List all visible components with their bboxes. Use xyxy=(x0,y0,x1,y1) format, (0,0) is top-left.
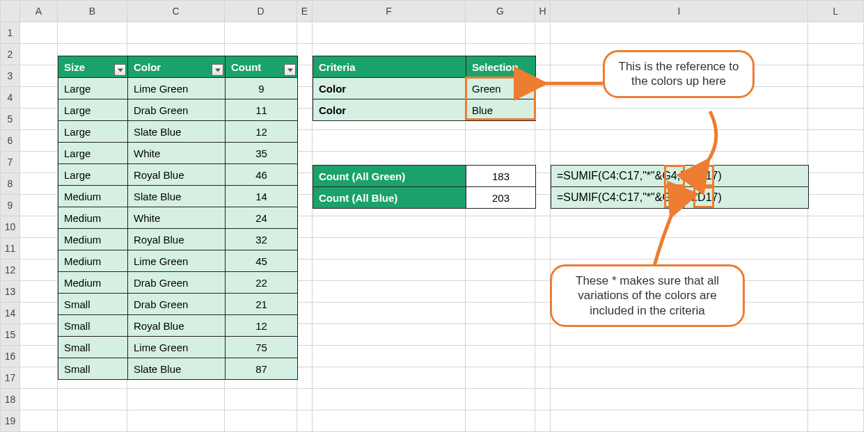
col-header-I[interactable]: I xyxy=(551,1,808,22)
cell[interactable]: Large xyxy=(58,164,128,186)
cell[interactable]: Drab Green xyxy=(128,272,226,294)
callout-reference: This is the reference to the colors up h… xyxy=(603,50,755,98)
cell[interactable]: Royal Blue xyxy=(128,229,226,250)
header-color[interactable]: Color xyxy=(128,56,226,78)
cell[interactable]: Medium xyxy=(58,229,128,250)
col-header-A[interactable]: A xyxy=(20,1,58,22)
cell[interactable]: 45 xyxy=(226,250,298,272)
value-count-blue[interactable]: 203 xyxy=(466,187,536,209)
cell[interactable]: Drab Green xyxy=(128,99,226,121)
data-table[interactable]: Size Color Count LargeLime Green9 LargeD… xyxy=(58,56,298,380)
cell-selection-blue[interactable]: Blue xyxy=(466,99,536,121)
cell[interactable]: Medium xyxy=(58,207,128,229)
cell[interactable]: Large xyxy=(58,121,128,143)
row-header[interactable]: 7 xyxy=(1,152,20,173)
cell[interactable]: Slate Blue xyxy=(128,121,226,143)
row-header[interactable]: 14 xyxy=(1,303,20,324)
col-header-G[interactable]: G xyxy=(466,1,535,22)
cell[interactable]: 21 xyxy=(226,294,298,315)
cell[interactable]: Drab Green xyxy=(128,294,226,315)
row-header[interactable]: 12 xyxy=(1,259,20,281)
row-header[interactable]: 10 xyxy=(1,216,20,238)
cell[interactable]: 24 xyxy=(226,207,298,229)
row-header[interactable]: 8 xyxy=(1,173,20,195)
row-header[interactable]: 16 xyxy=(1,346,20,367)
row-header[interactable]: 17 xyxy=(1,367,20,389)
cell[interactable]: White xyxy=(128,143,226,164)
row-header[interactable]: 13 xyxy=(1,281,20,303)
cell[interactable]: 11 xyxy=(226,99,298,121)
row-header[interactable]: 18 xyxy=(1,389,20,410)
cell[interactable]: Small xyxy=(58,294,128,315)
row-header[interactable]: 15 xyxy=(1,324,20,346)
cell[interactable]: Lime Green xyxy=(128,78,226,99)
col-header-E[interactable]: E xyxy=(297,1,313,22)
cell[interactable]: Medium xyxy=(58,272,128,294)
filter-dropdown-size[interactable] xyxy=(114,64,126,76)
row-header[interactable]: 11 xyxy=(1,238,20,259)
cell[interactable]: Color xyxy=(313,99,466,121)
criteria-table[interactable]: Criteria Selection ColorGreen ColorBlue xyxy=(313,56,536,121)
formula-blue[interactable]: =SUMIF(C4:C17,"*"&G5,D4:D17) xyxy=(551,187,809,209)
header-selection[interactable]: Selection xyxy=(466,56,536,78)
row-header[interactable]: 4 xyxy=(1,87,20,109)
row-header[interactable]: 6 xyxy=(1,130,20,152)
cell[interactable]: Medium xyxy=(58,186,128,207)
row-header[interactable]: 1 xyxy=(1,22,20,44)
col-header-F[interactable]: F xyxy=(313,1,466,22)
col-header-H[interactable]: H xyxy=(535,1,551,22)
row-header[interactable]: 9 xyxy=(1,195,20,216)
cell[interactable]: 35 xyxy=(226,143,298,164)
cell[interactable]: 14 xyxy=(226,186,298,207)
cell-selection-green[interactable]: Green xyxy=(466,78,536,99)
row-header[interactable]: 2 xyxy=(1,44,20,65)
cell[interactable]: Color xyxy=(313,78,466,99)
cell[interactable]: 46 xyxy=(226,164,298,186)
cell[interactable]: Small xyxy=(58,315,128,337)
cell[interactable]: Large xyxy=(58,143,128,164)
cell[interactable]: Royal Blue xyxy=(128,315,226,337)
header-criteria[interactable]: Criteria xyxy=(313,56,466,78)
cell[interactable]: Lime Green xyxy=(128,250,226,272)
cell[interactable]: 9 xyxy=(226,78,298,99)
cell[interactable]: 75 xyxy=(226,337,298,358)
formula-green[interactable]: =SUMIF(C4:C17,"*"&G4,D4:D17) xyxy=(551,166,809,187)
cell[interactable]: Royal Blue xyxy=(128,164,226,186)
cell[interactable]: Large xyxy=(58,78,128,99)
col-header-D[interactable]: D xyxy=(225,1,297,22)
label-count-green[interactable]: Count (All Green) xyxy=(313,166,466,187)
cell[interactable]: Small xyxy=(58,358,128,380)
cell[interactable]: Slate Blue xyxy=(128,186,226,207)
cell[interactable]: 22 xyxy=(226,272,298,294)
cell[interactable]: White xyxy=(128,207,226,229)
filter-dropdown-count[interactable] xyxy=(284,64,296,76)
row-header[interactable]: 19 xyxy=(1,410,20,432)
row-header[interactable]: 3 xyxy=(1,65,20,87)
row-header[interactable]: 5 xyxy=(1,109,20,130)
totals-table[interactable]: Count (All Green) 183 Count (All Blue) 2… xyxy=(313,165,536,209)
cell[interactable]: 32 xyxy=(226,229,298,250)
col-header-C[interactable]: C xyxy=(127,1,225,22)
cell[interactable]: 12 xyxy=(226,121,298,143)
select-all-corner[interactable] xyxy=(1,1,20,22)
cell[interactable]: Medium xyxy=(58,250,128,272)
callout-wildcard: These * makes sure that all variations o… xyxy=(550,264,745,327)
filter-dropdown-color[interactable] xyxy=(212,64,223,76)
cell[interactable]: Slate Blue xyxy=(128,358,226,380)
cell[interactable]: 12 xyxy=(226,315,298,337)
cell[interactable]: Small xyxy=(58,337,128,358)
cell[interactable]: Lime Green xyxy=(128,337,226,358)
col-header-B[interactable]: B xyxy=(58,1,127,22)
cell[interactable]: 87 xyxy=(226,358,298,380)
formula-table[interactable]: =SUMIF(C4:C17,"*"&G4,D4:D17) =SUMIF(C4:C… xyxy=(551,165,809,209)
col-header-L[interactable]: L xyxy=(808,1,864,22)
cell[interactable]: Large xyxy=(58,99,128,121)
label-count-blue[interactable]: Count (All Blue) xyxy=(313,187,466,209)
value-count-green[interactable]: 183 xyxy=(466,166,536,187)
